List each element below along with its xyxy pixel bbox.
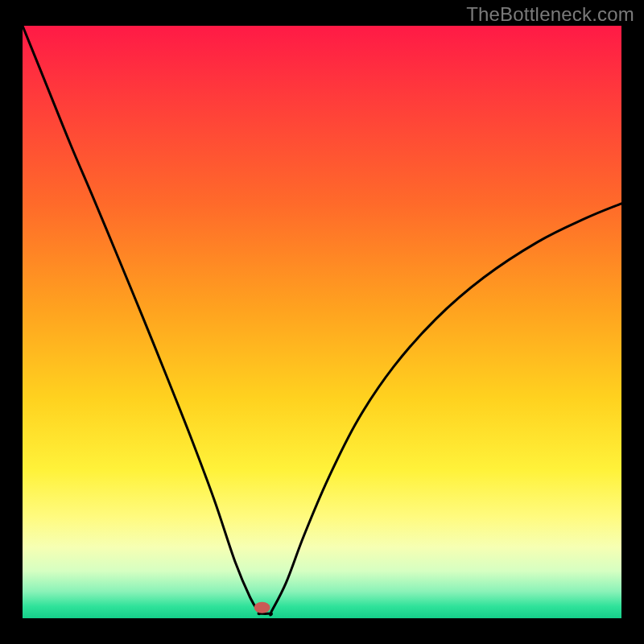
watermark-text: TheBottleneck.com bbox=[466, 3, 634, 26]
chart-background bbox=[23, 26, 621, 618]
optimal-point-marker bbox=[254, 602, 270, 613]
bottleneck-chart bbox=[23, 26, 621, 618]
chart-container: TheBottleneck.com bbox=[0, 0, 644, 644]
plot-area bbox=[23, 26, 621, 618]
